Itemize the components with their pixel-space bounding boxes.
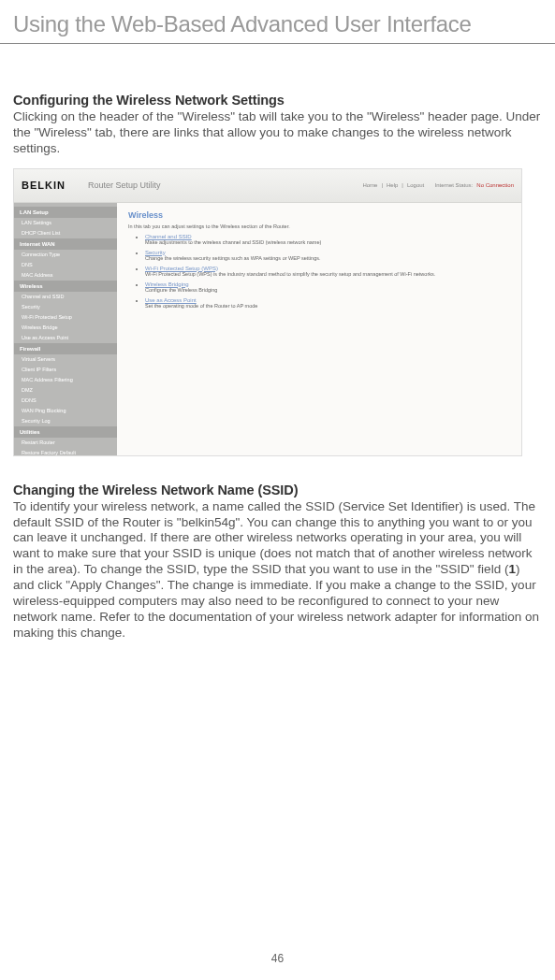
side-item: Wi-Fi Protected Setup <box>14 312 117 323</box>
link-home: Home <box>362 182 377 188</box>
bullet-item: Use as Access PointSet the operating mod… <box>145 297 510 309</box>
page-header-text: Using the Web-Based Advanced User Interf… <box>13 11 472 36</box>
side-item: LAN Settings <box>14 218 117 228</box>
side-item: Connection Type <box>14 250 117 260</box>
side-item: Use as Access Point <box>14 333 117 343</box>
link-logout: Logout <box>407 182 424 188</box>
bullet-item: Channel and SSIDMake adjustments to the … <box>145 234 510 245</box>
main-title: Wireless <box>128 210 510 220</box>
side-g5: Utilities <box>14 426 117 438</box>
ss-titlebar: BELKIN Router Setup Utility Home| Help| … <box>14 169 521 203</box>
side-item: MAC Address <box>14 270 117 281</box>
side-g1: LAN Setup <box>14 207 117 218</box>
section2-body-part1: To identify your wireless network, a nam… <box>13 499 535 577</box>
section2-body-bold: 1 <box>508 562 516 576</box>
main-bullets: Channel and SSIDMake adjustments to the … <box>128 234 510 309</box>
section1-body: Clicking on the header of the "Wireless"… <box>13 109 542 157</box>
bullet-item: Wireless BridgingConfigure the Wireless … <box>145 281 510 293</box>
side-item: DMZ <box>14 385 117 396</box>
bullet-item: SecurityChange the wireless security set… <box>145 250 510 261</box>
bullet-desc: Wi-Fi Protected Setup (WPS) is the indus… <box>145 271 435 277</box>
content-area: Configuring the Wireless Network Setting… <box>0 44 555 641</box>
section2-body: To identify your wireless network, a nam… <box>13 499 542 641</box>
side-item: Restart Router <box>14 438 117 448</box>
section2-title: Changing the Wireless Network Name (SSID… <box>13 483 542 497</box>
side-item: Security <box>14 302 117 312</box>
bullet-desc: Set the operating mode of the Router to … <box>145 303 257 309</box>
bullet-desc: Change the wireless security settings su… <box>145 255 321 261</box>
bullet-desc: Make adjustments to the wireless channel… <box>145 239 321 245</box>
page-header: Using the Web-Based Advanced User Interf… <box>0 0 555 44</box>
bullet-item: Wi-Fi Protected Setup (WPS)Wi-Fi Protect… <box>145 266 510 277</box>
router-screenshot: BELKIN Router Setup Utility Home| Help| … <box>13 168 522 456</box>
side-item: Wireless Bridge <box>14 323 117 333</box>
side-g2: Internet WAN <box>14 238 117 250</box>
utility-title: Router Setup Utility <box>88 180 161 190</box>
side-item: Client IP Filters <box>14 365 117 375</box>
ss-sidebar: LAN Setup LAN Settings DHCP Client List … <box>14 203 117 455</box>
bullet-desc: Configure the Wireless Bridging <box>145 287 217 293</box>
ss-main: Wireless In this tab you can adjust sett… <box>117 203 521 455</box>
side-g4: Firewall <box>14 343 117 354</box>
side-item: Restore Factory Default <box>14 448 117 456</box>
header-links: Home| Help| Logout Internet Status: No C… <box>362 182 514 188</box>
side-item: DDNS <box>14 396 117 406</box>
side-item: Virtual Servers <box>14 354 117 365</box>
status-label: Internet Status: <box>435 182 474 188</box>
status-value: No Connection <box>476 182 514 188</box>
link-help: Help <box>387 182 398 188</box>
side-item: DNS <box>14 260 117 270</box>
side-item: WAN Ping Blocking <box>14 406 117 416</box>
side-item: MAC Address Filtering <box>14 375 117 385</box>
page-number: 46 <box>0 952 555 965</box>
side-item: Security Log <box>14 416 117 426</box>
side-item: DHCP Client List <box>14 228 117 238</box>
side-item: Channel and SSID <box>14 292 117 302</box>
section1-title: Configuring the Wireless Network Setting… <box>13 93 542 108</box>
logo-text: BELKIN <box>22 180 66 191</box>
main-intro: In this tab you can adjust settings to t… <box>128 223 510 229</box>
side-g3: Wireless <box>14 281 117 292</box>
